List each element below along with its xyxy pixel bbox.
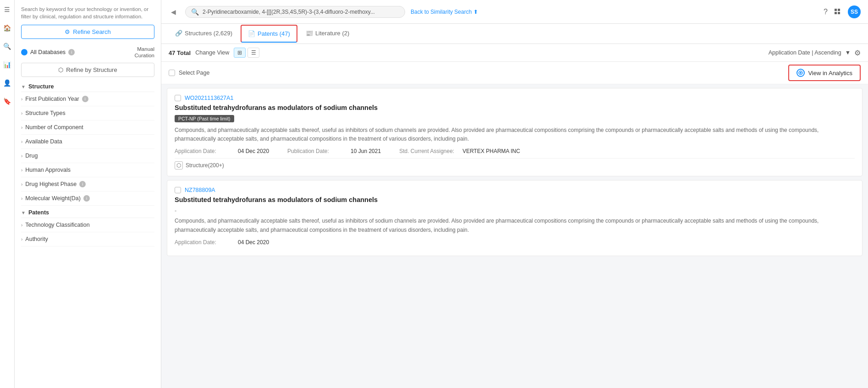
- svg-rect-3: [838, 12, 840, 14]
- filter-item-available-data[interactable]: › Available Data: [21, 135, 154, 149]
- refine-search-button[interactable]: ⚙ Refine Search: [21, 25, 154, 39]
- svg-rect-1: [838, 9, 840, 11]
- tab-structures[interactable]: 🔗 Structures (2,629): [169, 25, 239, 42]
- users-icon[interactable]: 👤: [2, 78, 12, 88]
- filter-group-structure[interactable]: ▼ Structure: [21, 80, 154, 92]
- application-date-value: 04 Dec 2020: [238, 148, 269, 154]
- filter-item-drug[interactable]: › Drug: [21, 149, 154, 163]
- svg-point-5: [800, 72, 802, 74]
- chevron-down-icon: ▼: [21, 210, 26, 215]
- chevron-right-icon: ›: [21, 111, 22, 116]
- back-to-similarity-search-link[interactable]: Back to Similarity Search ⬆: [411, 9, 478, 15]
- svg-rect-0: [835, 9, 837, 11]
- application-date-item: Application Date: 04 Dec 2020: [175, 148, 269, 154]
- sidebar-header: Search by keyword for your technology or…: [15, 0, 161, 43]
- filter-item-authority[interactable]: › Authority: [21, 232, 154, 246]
- all-databases-label[interactable]: All Databases i: [21, 49, 75, 55]
- search-pill-icon: 🔍: [191, 8, 199, 16]
- application-date-label: Application Date:: [175, 148, 234, 154]
- patent-id-row: NZ788809A: [175, 187, 855, 193]
- filter-group-label: Patents: [28, 209, 49, 216]
- chevron-right-icon: ›: [21, 139, 22, 144]
- patent-checkbox[interactable]: [175, 187, 181, 193]
- info-icon: i: [79, 181, 86, 187]
- filter-label: Authority: [25, 236, 48, 242]
- chevron-right-icon: ›: [21, 153, 22, 158]
- collapse-sidebar-button[interactable]: ◀: [169, 7, 178, 16]
- analytics-icon[interactable]: 📊: [2, 60, 12, 70]
- filter-label: Number of Component: [25, 124, 83, 131]
- info-icon: i: [83, 195, 90, 202]
- grid-view-button[interactable]: ⊞: [234, 48, 246, 58]
- menu-icon[interactable]: ☰: [2, 5, 12, 15]
- structure-icon: ⬡: [175, 161, 183, 169]
- filter-group-patents[interactable]: ▼ Patents: [21, 206, 154, 218]
- header-right: ? SS: [824, 5, 861, 18]
- help-icon[interactable]: ?: [824, 8, 828, 16]
- list-view-button[interactable]: ☰: [247, 48, 259, 58]
- chevron-right-icon: ›: [21, 223, 22, 228]
- main-content: ◀ 🔍 2-Pyridinecarboxamide, 4-[[[(2R,3S,4…: [161, 0, 868, 388]
- change-view-label: Change View: [195, 49, 229, 56]
- analytics-circle-icon: [797, 69, 805, 77]
- view-toggle: ⊞ ☰: [234, 48, 259, 58]
- filter-label: Molecular Weight(Da): [25, 195, 81, 202]
- patent-status-badge: PCT-NP (Past time limit): [175, 115, 234, 122]
- search-icon[interactable]: 🔍: [2, 41, 12, 51]
- bookmark-icon[interactable]: 🔖: [2, 96, 12, 106]
- patent-badge-row: PCT-NP (Past time limit): [175, 115, 855, 126]
- patent-description: Compounds, and pharmaceutically acceptab…: [175, 217, 855, 234]
- filter-item-number-of-component[interactable]: › Number of Component: [21, 120, 154, 135]
- publication-date-value: 10 Jun 2021: [351, 148, 381, 154]
- filter-section-patents: ▼ Patents › Technology Classification › …: [15, 206, 161, 246]
- patent-checkbox[interactable]: [175, 95, 181, 101]
- filter-item-first-publication-year[interactable]: › First Publication Year i: [21, 92, 154, 106]
- filter-item-technology-classification[interactable]: › Technology Classification: [21, 218, 154, 232]
- filter-item-molecular-weight[interactable]: › Molecular Weight(Da) i: [21, 191, 154, 206]
- patent-id[interactable]: NZ788809A: [185, 187, 215, 193]
- structure-icon: ⬡: [58, 66, 63, 73]
- tab-literature[interactable]: 📰 Literature (2): [299, 25, 356, 42]
- patent-title: Substituted tetrahydrofurans as modulato…: [175, 104, 855, 111]
- chevron-right-icon: ›: [21, 196, 22, 201]
- chevron-right-icon: ›: [21, 125, 22, 130]
- publication-date-item: Publication Date: 10 Jun 2021: [287, 148, 381, 154]
- select-page-checkbox[interactable]: [169, 70, 175, 76]
- back-arrow-icon: ⬆: [473, 9, 478, 15]
- sort-dropdown-icon[interactable]: ▼: [845, 49, 851, 56]
- content-area: WO2021113627A1 Substituted tetrahydrofur…: [161, 84, 868, 388]
- filter-label: Technology Classification: [25, 222, 89, 228]
- structure-count: Structure(200+): [186, 162, 224, 169]
- home-icon[interactable]: 🏠: [2, 23, 12, 33]
- left-navigation: ☰ 🏠 🔍 📊 👤 🔖: [0, 0, 15, 388]
- filter-label: Available Data: [25, 138, 62, 145]
- assignee-label: Std. Current Assignee:: [399, 148, 459, 154]
- top-header: ◀ 🔍 2-Pyridinecarboxamide, 4-[[[(2R,3S,4…: [161, 0, 868, 24]
- filter-item-drug-highest-phase[interactable]: › Drug Highest Phase i: [21, 177, 154, 191]
- patents-icon: 📄: [248, 30, 255, 37]
- results-count: 47 Total: [169, 49, 191, 56]
- user-avatar[interactable]: SS: [848, 5, 861, 18]
- search-pill[interactable]: 🔍 2-Pyridinecarboxamide, 4-[[[(2R,3S,4S,…: [185, 6, 405, 18]
- structure-link[interactable]: ⬡ Structure(200+): [175, 158, 855, 169]
- patent-id[interactable]: WO2021113627A1: [185, 95, 233, 101]
- results-toolbar: 47 Total Change View ⊞ ☰ Application Dat…: [161, 44, 868, 62]
- filter-label: Drug: [25, 153, 38, 159]
- chevron-right-icon: ›: [21, 97, 22, 102]
- select-page-row: Select Page View in Analytics: [161, 62, 868, 84]
- tab-patents[interactable]: 📄 Patents (47): [241, 25, 297, 43]
- publication-date-label: Publication Date:: [287, 148, 347, 154]
- application-date-item: Application Date: 04 Dec 2020: [175, 239, 269, 246]
- tab-label: Patents (47): [258, 30, 290, 37]
- grid-icon[interactable]: [834, 8, 841, 16]
- info-icon: i: [82, 96, 88, 102]
- sort-label: Application Date | Ascending: [769, 49, 841, 56]
- refine-by-structure-button[interactable]: ⬡ Refine by Structure: [21, 63, 154, 77]
- filter-item-structure-types[interactable]: › Structure Types: [21, 106, 154, 120]
- chevron-right-icon: ›: [21, 182, 22, 187]
- filter-item-human-approvals[interactable]: › Human Approvals: [21, 163, 154, 177]
- settings-icon[interactable]: ⚙: [854, 49, 861, 57]
- view-analytics-button[interactable]: View in Analytics: [788, 65, 861, 81]
- patent-metadata: Application Date: 04 Dec 2020: [175, 239, 855, 246]
- select-page-left: Select Page: [169, 70, 209, 76]
